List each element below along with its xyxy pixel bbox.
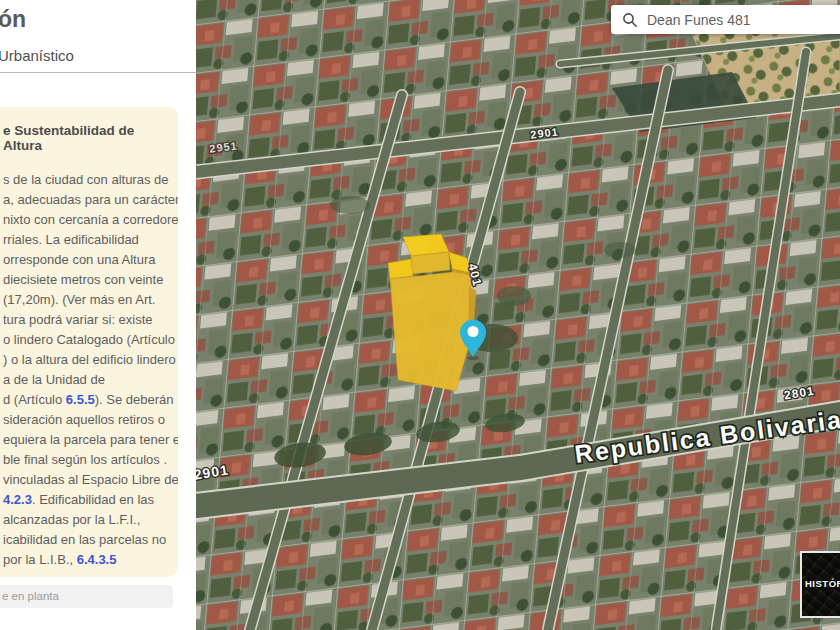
panel-title-fragment: ón xyxy=(0,6,26,33)
card-text-line: ) o la altura del edificio lindero xyxy=(3,350,170,370)
card-text-line: (17,20m). (Ver más en Art. xyxy=(3,290,170,310)
search-icon xyxy=(622,12,638,28)
card-text-line: a de la Unidad de xyxy=(3,370,170,390)
article-link[interactable]: 6.5.5 xyxy=(66,392,95,407)
article-link[interactable]: 4.2.3 xyxy=(3,492,32,507)
card-text-line: vinculadas al Espacio Libre de xyxy=(3,470,170,490)
article-link[interactable]: 6.4.3.5 xyxy=(77,552,117,567)
card-text-line: sideración aquellos retiros o xyxy=(3,410,170,430)
address-search-bar[interactable]: Dean Funes 481 xyxy=(611,5,840,34)
historic-layer-toggle[interactable]: HISTÓRICO xyxy=(800,551,840,618)
card-text-line: icabilidad en las parcelas no xyxy=(3,530,170,550)
card-text-line: 4.2.3. Edificabilidad en las xyxy=(3,490,170,510)
card-text-line: s de la ciudad con alturas de xyxy=(3,170,170,190)
card-text-line: nixto con cercanía a corredores xyxy=(3,210,170,230)
pin-center-dot xyxy=(468,326,479,337)
search-input[interactable]: Dean Funes 481 xyxy=(647,12,751,28)
card-text-line: orresponde con una Altura xyxy=(3,250,170,270)
card-text-line: rriales. La edificabilidad xyxy=(3,230,170,250)
card-text-line: diecisiete metros con veinte xyxy=(3,270,170,290)
info-sidebar: ón Urbanístico e Sustentabilidad de Altu… xyxy=(0,0,196,630)
historic-layer-label: HISTÓRICO xyxy=(805,578,840,589)
card-body-text: s de la ciudad con alturas dea, adecuada… xyxy=(3,170,170,570)
card-text-line: alcanzadas por la L.F.I., xyxy=(3,510,170,530)
card-heading: e Sustentabilidad de Altura xyxy=(3,123,170,153)
card-text-line: o lindero Catalogado (Artículo xyxy=(3,330,170,350)
card-text-line: tura podrá variar si: existe xyxy=(3,310,170,330)
card-text-line: equiera la parcela para tener el xyxy=(3,430,170,450)
card-text-line: a, adecuadas para un carácter xyxy=(3,190,170,210)
card-text-line: ble final según los artículos . xyxy=(3,450,170,470)
sustainability-info-card: e Sustentabilidad de Altura s de la ciud… xyxy=(0,107,178,577)
card-text-line: por la L.I.B., 6.4.3.5 xyxy=(3,550,170,570)
tab-urbanistico[interactable]: Urbanístico xyxy=(0,47,74,64)
panel-divider xyxy=(0,72,196,73)
card-text-line: d (Artículo 6.5.5). Se deberán xyxy=(3,390,170,410)
section-item-en-planta[interactable]: e en planta xyxy=(0,585,173,608)
